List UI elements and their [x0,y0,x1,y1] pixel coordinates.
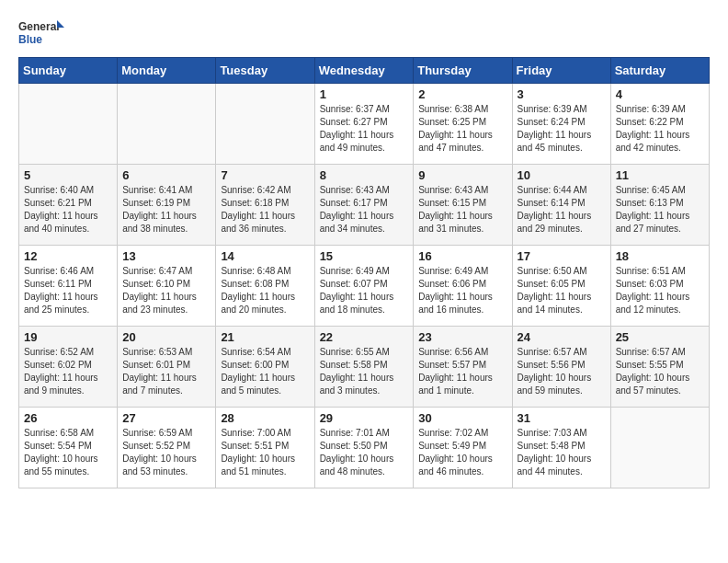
day-cell: 18Sunrise: 6:51 AM Sunset: 6:03 PM Dayli… [610,246,709,327]
day-number: 26 [24,411,112,425]
day-cell: 10Sunrise: 6:44 AM Sunset: 6:14 PM Dayli… [512,165,610,246]
day-cell: 4Sunrise: 6:39 AM Sunset: 6:22 PM Daylig… [610,84,709,165]
day-cell: 11Sunrise: 6:45 AM Sunset: 6:13 PM Dayli… [610,165,709,246]
day-cell: 21Sunrise: 6:54 AM Sunset: 6:00 PM Dayli… [216,327,314,408]
day-cell: 15Sunrise: 6:49 AM Sunset: 6:07 PM Dayli… [314,246,414,327]
day-info: Sunrise: 6:48 AM Sunset: 6:08 PM Dayligh… [221,265,309,316]
day-cell: 9Sunrise: 6:43 AM Sunset: 6:15 PM Daylig… [414,165,512,246]
day-info: Sunrise: 6:55 AM Sunset: 5:58 PM Dayligh… [320,346,409,397]
logo-svg: GeneralBlue [18,18,64,48]
day-cell: 28Sunrise: 7:00 AM Sunset: 5:51 PM Dayli… [216,408,314,488]
day-cell: 16Sunrise: 6:49 AM Sunset: 6:06 PM Dayli… [414,246,512,327]
day-cell: 12Sunrise: 6:46 AM Sunset: 6:11 PM Dayli… [19,246,118,327]
day-number: 16 [418,249,506,263]
day-number: 1 [320,87,409,101]
day-cell: 5Sunrise: 6:40 AM Sunset: 6:21 PM Daylig… [19,165,118,246]
weekday-row: SundayMondayTuesdayWednesdayThursdayFrid… [19,58,710,84]
day-cell: 7Sunrise: 6:42 AM Sunset: 6:18 PM Daylig… [216,165,314,246]
day-cell: 8Sunrise: 6:43 AM Sunset: 6:17 PM Daylig… [314,165,414,246]
day-number: 28 [221,411,309,425]
day-number: 7 [221,168,309,182]
day-number: 29 [320,411,409,425]
day-info: Sunrise: 7:02 AM Sunset: 5:49 PM Dayligh… [418,427,506,478]
day-number: 17 [518,249,606,263]
day-info: Sunrise: 6:49 AM Sunset: 6:06 PM Dayligh… [418,265,506,316]
weekday-header-sunday: Sunday [19,58,118,84]
day-cell: 14Sunrise: 6:48 AM Sunset: 6:08 PM Dayli… [216,246,314,327]
day-info: Sunrise: 6:59 AM Sunset: 5:52 PM Dayligh… [122,427,210,478]
day-info: Sunrise: 6:50 AM Sunset: 6:05 PM Dayligh… [518,265,606,316]
svg-text:General: General [18,20,60,33]
day-cell: 17Sunrise: 6:50 AM Sunset: 6:05 PM Dayli… [512,246,610,327]
day-number: 9 [418,168,506,182]
weekday-header-wednesday: Wednesday [314,58,414,84]
calendar-body: 1Sunrise: 6:37 AM Sunset: 6:27 PM Daylig… [19,84,710,488]
weekday-header-friday: Friday [512,58,610,84]
day-info: Sunrise: 6:42 AM Sunset: 6:18 PM Dayligh… [221,184,309,236]
day-cell: 30Sunrise: 7:02 AM Sunset: 5:49 PM Dayli… [414,408,512,488]
calendar: SundayMondayTuesdayWednesdayThursdayFrid… [18,57,710,488]
day-cell [216,84,314,165]
day-cell: 26Sunrise: 6:58 AM Sunset: 5:54 PM Dayli… [19,408,118,488]
day-cell: 29Sunrise: 7:01 AM Sunset: 5:50 PM Dayli… [314,408,414,488]
day-cell: 20Sunrise: 6:53 AM Sunset: 6:01 PM Dayli… [118,327,216,408]
day-number: 22 [320,330,409,344]
day-info: Sunrise: 6:53 AM Sunset: 6:01 PM Dayligh… [122,346,210,397]
day-info: Sunrise: 7:01 AM Sunset: 5:50 PM Dayligh… [320,427,409,478]
day-cell [610,408,709,488]
day-number: 30 [418,411,506,425]
day-cell: 2Sunrise: 6:38 AM Sunset: 6:25 PM Daylig… [414,84,512,165]
day-info: Sunrise: 6:51 AM Sunset: 6:03 PM Dayligh… [616,265,704,316]
day-info: Sunrise: 6:46 AM Sunset: 6:11 PM Dayligh… [24,265,112,316]
day-number: 20 [122,330,210,344]
day-info: Sunrise: 6:56 AM Sunset: 5:57 PM Dayligh… [418,346,506,397]
day-info: Sunrise: 6:43 AM Sunset: 6:17 PM Dayligh… [320,184,409,236]
day-number: 12 [24,249,112,263]
week-row-5: 26Sunrise: 6:58 AM Sunset: 5:54 PM Dayli… [19,408,710,488]
day-info: Sunrise: 6:58 AM Sunset: 5:54 PM Dayligh… [24,427,112,478]
day-cell: 1Sunrise: 6:37 AM Sunset: 6:27 PM Daylig… [314,84,414,165]
weekday-header-monday: Monday [118,58,216,84]
day-info: Sunrise: 6:41 AM Sunset: 6:19 PM Dayligh… [122,184,210,236]
day-cell: 6Sunrise: 6:41 AM Sunset: 6:19 PM Daylig… [118,165,216,246]
svg-text:Blue: Blue [18,33,42,46]
week-row-3: 12Sunrise: 6:46 AM Sunset: 6:11 PM Dayli… [19,246,710,327]
day-number: 15 [320,249,409,263]
day-cell: 13Sunrise: 6:47 AM Sunset: 6:10 PM Dayli… [118,246,216,327]
weekday-header-tuesday: Tuesday [216,58,314,84]
day-info: Sunrise: 6:57 AM Sunset: 5:56 PM Dayligh… [518,346,606,397]
day-number: 27 [122,411,210,425]
day-number: 14 [221,249,309,263]
day-number: 11 [616,168,704,182]
week-row-2: 5Sunrise: 6:40 AM Sunset: 6:21 PM Daylig… [19,165,710,246]
day-cell: 23Sunrise: 6:56 AM Sunset: 5:57 PM Dayli… [414,327,512,408]
day-info: Sunrise: 6:40 AM Sunset: 6:21 PM Dayligh… [24,184,112,236]
day-info: Sunrise: 6:39 AM Sunset: 6:22 PM Dayligh… [616,103,704,155]
day-cell [19,84,118,165]
day-info: Sunrise: 6:44 AM Sunset: 6:14 PM Dayligh… [518,184,606,236]
day-cell: 24Sunrise: 6:57 AM Sunset: 5:56 PM Dayli… [512,327,610,408]
day-number: 6 [122,168,210,182]
day-info: Sunrise: 6:52 AM Sunset: 6:02 PM Dayligh… [24,346,112,397]
day-info: Sunrise: 6:38 AM Sunset: 6:25 PM Dayligh… [418,103,506,155]
weekday-header-thursday: Thursday [414,58,512,84]
day-info: Sunrise: 6:54 AM Sunset: 6:00 PM Dayligh… [221,346,309,397]
day-number: 23 [418,330,506,344]
week-row-4: 19Sunrise: 6:52 AM Sunset: 6:02 PM Dayli… [19,327,710,408]
day-info: Sunrise: 6:47 AM Sunset: 6:10 PM Dayligh… [122,265,210,316]
day-cell: 22Sunrise: 6:55 AM Sunset: 5:58 PM Dayli… [314,327,414,408]
day-info: Sunrise: 6:39 AM Sunset: 6:24 PM Dayligh… [518,103,606,155]
header: GeneralBlue [18,18,710,48]
day-number: 25 [616,330,704,344]
day-cell: 3Sunrise: 6:39 AM Sunset: 6:24 PM Daylig… [512,84,610,165]
day-number: 19 [24,330,112,344]
week-row-1: 1Sunrise: 6:37 AM Sunset: 6:27 PM Daylig… [19,84,710,165]
day-cell: 31Sunrise: 7:03 AM Sunset: 5:48 PM Dayli… [512,408,610,488]
day-number: 10 [518,168,606,182]
day-info: Sunrise: 6:37 AM Sunset: 6:27 PM Dayligh… [320,103,409,155]
day-info: Sunrise: 6:45 AM Sunset: 6:13 PM Dayligh… [616,184,704,236]
day-cell: 19Sunrise: 6:52 AM Sunset: 6:02 PM Dayli… [19,327,118,408]
day-number: 5 [24,168,112,182]
weekday-header-saturday: Saturday [610,58,709,84]
day-number: 13 [122,249,210,263]
